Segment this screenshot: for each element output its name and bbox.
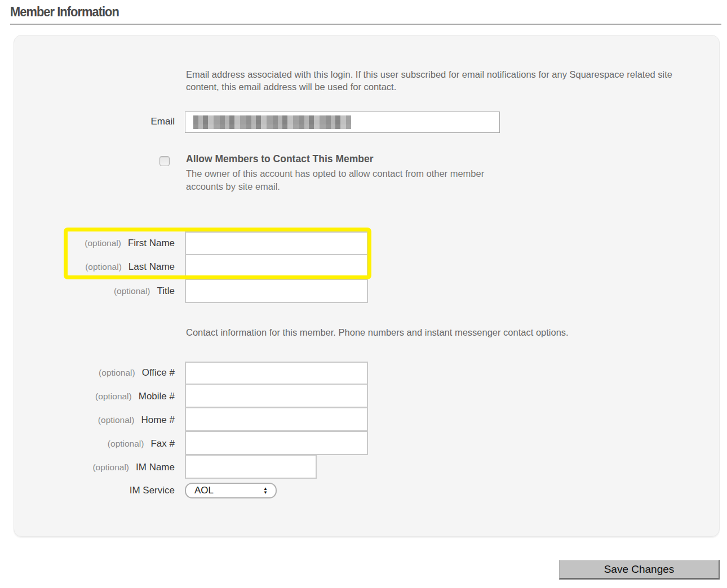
title-divider <box>10 24 721 25</box>
mobile-input[interactable] <box>185 384 368 408</box>
home-input[interactable] <box>185 407 368 431</box>
member-information-page: Member Information Email address associa… <box>0 0 727 588</box>
office-label: (optional)Office # <box>0 367 175 378</box>
fax-input[interactable] <box>185 431 368 455</box>
im-name-label: (optional)IM Name <box>0 462 175 473</box>
redacted-email-value <box>193 115 351 129</box>
title-input[interactable] <box>185 279 368 303</box>
im-service-selected-value: AOL <box>186 485 263 496</box>
allow-contact-description: The owner of this account has opted to a… <box>186 167 517 193</box>
page-title: Member Information <box>10 5 119 20</box>
first-name-input[interactable] <box>185 231 368 255</box>
email-label: Email <box>0 116 175 127</box>
last-name-input[interactable] <box>185 254 368 278</box>
im-service-select[interactable]: AOL ▲▼ <box>185 483 277 498</box>
first-name-label: (optional)First Name <box>0 238 175 249</box>
select-updown-arrows-icon: ▲▼ <box>263 487 268 495</box>
last-name-label: (optional)Last Name <box>0 261 175 273</box>
im-service-label: IM Service <box>0 485 175 496</box>
allow-contact-label: Allow Members to Contact This Member <box>186 153 374 165</box>
contact-info-description: Contact information for this member. Pho… <box>186 326 702 338</box>
im-name-input[interactable] <box>185 455 317 479</box>
office-input[interactable] <box>185 362 368 385</box>
fax-label: (optional)Fax # <box>0 438 175 449</box>
title-label: (optional)Title <box>0 286 175 297</box>
allow-contact-checkbox[interactable] <box>159 156 170 166</box>
mobile-label: (optional)Mobile # <box>0 391 175 402</box>
email-description: Email address associated with this login… <box>186 68 702 93</box>
save-changes-button[interactable]: Save Changes <box>559 560 720 580</box>
home-label: (optional)Home # <box>0 415 175 426</box>
